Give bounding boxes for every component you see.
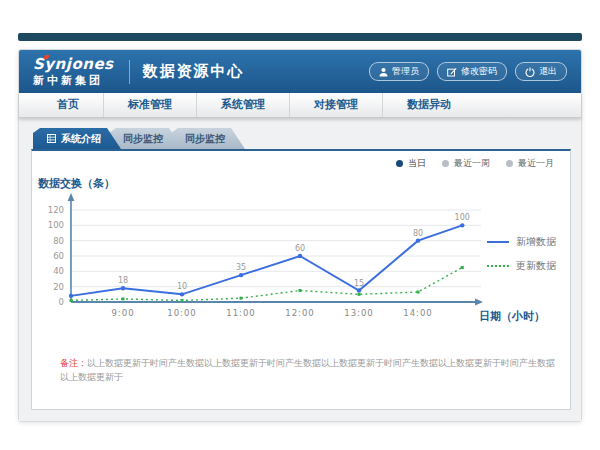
- data-point: [181, 299, 184, 302]
- radio-icon: [442, 160, 449, 167]
- data-point: [357, 288, 361, 292]
- user-action-label: 管理员: [392, 65, 419, 78]
- chart-legend: 新增数据更新数据: [487, 235, 556, 273]
- user-action-account-button[interactable]: 管理员: [369, 62, 429, 81]
- y-tick-label: 80: [53, 236, 64, 246]
- series-line-0: [71, 225, 462, 296]
- data-point-label: 80: [413, 229, 423, 238]
- data-point-label: 35: [236, 263, 246, 272]
- y-tick-label: 40: [53, 266, 64, 276]
- time-filter-1[interactable]: 最近一周: [442, 157, 490, 170]
- x-axis-arrow-icon: [475, 298, 483, 305]
- y-tick-label: 60: [53, 251, 64, 261]
- data-point: [299, 289, 302, 292]
- main-nav: 首页标准管理系统管理对接管理数据异动: [19, 93, 581, 118]
- tab-label: 系统介绍: [61, 132, 101, 146]
- page-body: 系统介绍同步监控同步监控 当日最近一周最近一月 数据交换（条） 02040608…: [19, 118, 581, 421]
- x-tick-label: 14:00: [403, 308, 433, 318]
- data-point: [240, 297, 243, 300]
- tab-2[interactable]: 同步监控: [171, 128, 245, 149]
- x-tick-label: 13:00: [344, 308, 374, 318]
- y-tick-label: 100: [48, 220, 64, 230]
- page-title: 数据资源中心: [143, 62, 245, 81]
- app-window: Synjones 新中新集团 数据资源中心 管理员修改密码退出 首页标准管理系统…: [18, 49, 582, 422]
- grid-icon: [47, 134, 56, 143]
- nav-item-4[interactable]: 数据异动: [383, 93, 475, 117]
- data-point-label: 18: [118, 276, 128, 285]
- time-filter-2[interactable]: 最近一月: [506, 157, 554, 170]
- user-icon: [379, 67, 388, 77]
- footnote: 备注：以上数据更新于时间产生数据以上数据更新于时间产生数据以上数据更新于时间产生…: [60, 357, 556, 384]
- logo-chinese-name: 新中新集团: [33, 75, 114, 86]
- data-point: [121, 286, 125, 290]
- time-filter-label: 当日: [408, 157, 426, 170]
- data-point: [416, 238, 420, 242]
- tab-label: 同步监控: [123, 132, 163, 146]
- data-point: [358, 293, 361, 296]
- logo-wordmark: Synjones: [33, 57, 114, 72]
- x-tick-label: 10:00: [167, 308, 197, 318]
- legend-label: 更新数据: [516, 259, 556, 273]
- chart-card: 当日最近一周最近一月 数据交换（条） 0204060801001209:0010…: [31, 149, 571, 410]
- x-tick-label: 9:00: [111, 308, 134, 318]
- nav-item-1[interactable]: 标准管理: [104, 93, 197, 117]
- y-tick-label: 20: [53, 282, 64, 292]
- data-point-label: 60: [295, 244, 305, 253]
- radio-icon: [396, 160, 403, 167]
- user-action-label: 修改密码: [461, 65, 497, 78]
- edit-icon: [447, 67, 457, 77]
- x-tick-label: 11:00: [226, 308, 256, 318]
- y-tick-label: 0: [59, 297, 64, 307]
- nav-item-2[interactable]: 系统管理: [197, 93, 290, 117]
- legend-entry-1[interactable]: 更新数据: [487, 259, 556, 273]
- user-action-label: 退出: [539, 65, 557, 78]
- data-point-label: 100: [455, 213, 470, 222]
- user-action-logout-button[interactable]: 退出: [515, 62, 567, 81]
- window-top-strip: [18, 33, 582, 41]
- y-tick-label: 120: [48, 205, 64, 215]
- data-point: [69, 294, 73, 298]
- legend-entry-0[interactable]: 新增数据: [487, 235, 556, 249]
- app-header: Synjones 新中新集团 数据资源中心 管理员修改密码退出: [19, 50, 581, 93]
- series-line-1: [71, 268, 462, 301]
- company-logo: Synjones 新中新集团: [33, 57, 114, 86]
- legend-line-sample: [487, 241, 509, 243]
- footnote-prefix: 备注：: [60, 358, 87, 368]
- data-point: [180, 292, 184, 296]
- data-point: [239, 273, 243, 277]
- content-panel: 系统介绍同步监控同步监控 当日最近一周最近一月 数据交换（条） 02040608…: [31, 128, 571, 410]
- tab-0[interactable]: 系统介绍: [33, 128, 121, 149]
- user-action-change-password-button[interactable]: 修改密码: [437, 62, 507, 81]
- footnote-text: 以上数据更新于时间产生数据以上数据更新于时间产生数据以上数据更新于时间产生数据以…: [60, 358, 555, 382]
- tab-bar: 系统介绍同步监控同步监控: [31, 128, 571, 149]
- radio-icon: [506, 160, 513, 167]
- data-point: [460, 223, 464, 227]
- time-filter-label: 最近一周: [454, 157, 490, 170]
- legend-line-sample: [487, 265, 509, 267]
- data-point: [461, 266, 464, 269]
- nav-item-3[interactable]: 对接管理: [290, 93, 383, 117]
- time-filter-0[interactable]: 当日: [396, 157, 426, 170]
- data-point-label: 15: [354, 279, 364, 288]
- data-point-label: 10: [177, 282, 187, 291]
- chart-svg: 0204060801001209:0010:0011:0012:0013:001…: [39, 189, 509, 329]
- header-user-actions: 管理员修改密码退出: [369, 62, 567, 81]
- time-filter-group: 当日最近一周最近一月: [396, 157, 554, 170]
- time-filter-label: 最近一月: [518, 157, 554, 170]
- tab-label: 同步监控: [185, 132, 225, 146]
- x-axis-title: 日期（小时）: [479, 309, 545, 324]
- data-point: [417, 291, 420, 294]
- y-axis-arrow-icon: [68, 193, 75, 201]
- data-point: [122, 297, 125, 300]
- nav-item-0[interactable]: 首页: [33, 93, 104, 117]
- power-icon: [525, 67, 535, 77]
- data-point: [298, 254, 302, 258]
- data-point: [70, 299, 73, 302]
- header-divider: [129, 60, 130, 84]
- legend-label: 新增数据: [516, 235, 556, 249]
- x-tick-label: 12:00: [285, 308, 315, 318]
